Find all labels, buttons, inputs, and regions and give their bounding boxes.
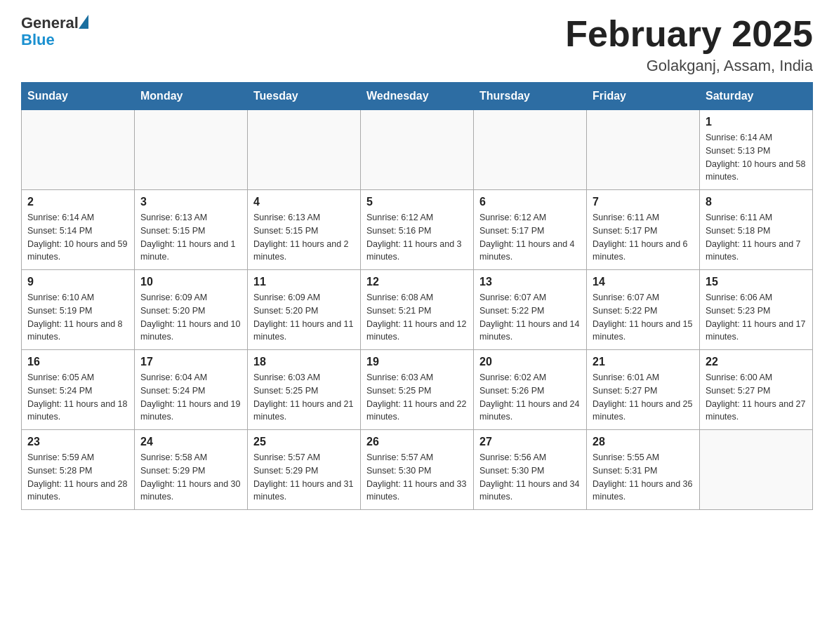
calendar-header-thursday: Thursday bbox=[474, 83, 587, 110]
calendar-cell: 23Sunrise: 5:59 AM Sunset: 5:28 PM Dayli… bbox=[22, 430, 135, 510]
sun-info: Sunrise: 6:05 AM Sunset: 5:24 PM Dayligh… bbox=[27, 371, 128, 424]
calendar-cell bbox=[700, 430, 813, 510]
calendar-cell: 18Sunrise: 6:03 AM Sunset: 5:25 PM Dayli… bbox=[248, 350, 361, 430]
calendar-header-friday: Friday bbox=[587, 83, 700, 110]
sun-info: Sunrise: 6:07 AM Sunset: 5:22 PM Dayligh… bbox=[593, 291, 694, 344]
day-number: 6 bbox=[479, 196, 581, 208]
sun-info: Sunrise: 6:02 AM Sunset: 5:26 PM Dayligh… bbox=[479, 371, 581, 424]
sun-info: Sunrise: 6:13 AM Sunset: 5:15 PM Dayligh… bbox=[140, 211, 241, 264]
day-number: 18 bbox=[253, 356, 355, 368]
calendar-header-wednesday: Wednesday bbox=[361, 83, 474, 110]
day-number: 2 bbox=[27, 196, 128, 208]
calendar-header-tuesday: Tuesday bbox=[248, 83, 361, 110]
sun-info: Sunrise: 6:13 AM Sunset: 5:15 PM Dayligh… bbox=[253, 211, 355, 264]
calendar-header-row: SundayMondayTuesdayWednesdayThursdayFrid… bbox=[22, 83, 813, 110]
calendar-cell: 26Sunrise: 5:57 AM Sunset: 5:30 PM Dayli… bbox=[361, 430, 474, 510]
day-number: 20 bbox=[479, 356, 581, 368]
calendar-table: SundayMondayTuesdayWednesdayThursdayFrid… bbox=[21, 82, 813, 510]
day-number: 28 bbox=[593, 436, 694, 448]
sun-info: Sunrise: 6:04 AM Sunset: 5:24 PM Dayligh… bbox=[140, 371, 241, 424]
sun-info: Sunrise: 6:09 AM Sunset: 5:20 PM Dayligh… bbox=[253, 291, 355, 344]
sun-info: Sunrise: 5:58 AM Sunset: 5:29 PM Dayligh… bbox=[140, 451, 241, 504]
calendar-cell: 7Sunrise: 6:11 AM Sunset: 5:17 PM Daylig… bbox=[587, 190, 700, 270]
calendar-week-row: 16Sunrise: 6:05 AM Sunset: 5:24 PM Dayli… bbox=[22, 350, 813, 430]
day-number: 10 bbox=[140, 276, 241, 288]
calendar-cell: 6Sunrise: 6:12 AM Sunset: 5:17 PM Daylig… bbox=[474, 190, 587, 270]
sun-info: Sunrise: 6:12 AM Sunset: 5:17 PM Dayligh… bbox=[479, 211, 581, 264]
calendar-cell: 17Sunrise: 6:04 AM Sunset: 5:24 PM Dayli… bbox=[135, 350, 248, 430]
calendar-cell: 19Sunrise: 6:03 AM Sunset: 5:25 PM Dayli… bbox=[361, 350, 474, 430]
calendar-week-row: 2Sunrise: 6:14 AM Sunset: 5:14 PM Daylig… bbox=[22, 190, 813, 270]
day-number: 5 bbox=[366, 196, 468, 208]
calendar-cell bbox=[135, 110, 248, 190]
sun-info: Sunrise: 6:07 AM Sunset: 5:22 PM Dayligh… bbox=[479, 291, 581, 344]
day-number: 7 bbox=[593, 196, 694, 208]
day-number: 16 bbox=[27, 356, 128, 368]
calendar-cell bbox=[361, 110, 474, 190]
day-number: 17 bbox=[140, 356, 241, 368]
calendar-cell: 8Sunrise: 6:11 AM Sunset: 5:18 PM Daylig… bbox=[700, 190, 813, 270]
day-number: 19 bbox=[366, 356, 468, 368]
day-number: 9 bbox=[27, 276, 128, 288]
calendar-cell: 12Sunrise: 6:08 AM Sunset: 5:21 PM Dayli… bbox=[361, 270, 474, 350]
day-number: 24 bbox=[140, 436, 241, 448]
calendar-cell: 15Sunrise: 6:06 AM Sunset: 5:23 PM Dayli… bbox=[700, 270, 813, 350]
page-header: General Blue February 2025 Golakganj, As… bbox=[21, 14, 813, 75]
calendar-week-row: 23Sunrise: 5:59 AM Sunset: 5:28 PM Dayli… bbox=[22, 430, 813, 510]
calendar-cell: 28Sunrise: 5:55 AM Sunset: 5:31 PM Dayli… bbox=[587, 430, 700, 510]
sun-info: Sunrise: 5:57 AM Sunset: 5:30 PM Dayligh… bbox=[366, 451, 468, 504]
calendar-header-saturday: Saturday bbox=[700, 83, 813, 110]
logo-triangle-icon bbox=[79, 15, 88, 29]
calendar-cell bbox=[474, 110, 587, 190]
day-number: 22 bbox=[706, 356, 807, 368]
calendar-cell: 20Sunrise: 6:02 AM Sunset: 5:26 PM Dayli… bbox=[474, 350, 587, 430]
calendar-cell: 4Sunrise: 6:13 AM Sunset: 5:15 PM Daylig… bbox=[248, 190, 361, 270]
calendar-cell: 27Sunrise: 5:56 AM Sunset: 5:30 PM Dayli… bbox=[474, 430, 587, 510]
sun-info: Sunrise: 6:11 AM Sunset: 5:17 PM Dayligh… bbox=[593, 211, 694, 264]
day-number: 25 bbox=[253, 436, 355, 448]
sun-info: Sunrise: 6:03 AM Sunset: 5:25 PM Dayligh… bbox=[366, 371, 468, 424]
logo: General Blue bbox=[21, 14, 88, 49]
day-number: 26 bbox=[366, 436, 468, 448]
day-number: 8 bbox=[706, 196, 807, 208]
calendar-cell: 25Sunrise: 5:57 AM Sunset: 5:29 PM Dayli… bbox=[248, 430, 361, 510]
sun-info: Sunrise: 6:00 AM Sunset: 5:27 PM Dayligh… bbox=[706, 371, 807, 424]
day-number: 21 bbox=[593, 356, 694, 368]
sun-info: Sunrise: 5:56 AM Sunset: 5:30 PM Dayligh… bbox=[479, 451, 581, 504]
calendar-cell: 2Sunrise: 6:14 AM Sunset: 5:14 PM Daylig… bbox=[22, 190, 135, 270]
sun-info: Sunrise: 6:12 AM Sunset: 5:16 PM Dayligh… bbox=[366, 211, 468, 264]
calendar-header-sunday: Sunday bbox=[22, 83, 135, 110]
sun-info: Sunrise: 6:06 AM Sunset: 5:23 PM Dayligh… bbox=[706, 291, 807, 344]
sun-info: Sunrise: 6:11 AM Sunset: 5:18 PM Dayligh… bbox=[706, 211, 807, 264]
calendar-cell: 11Sunrise: 6:09 AM Sunset: 5:20 PM Dayli… bbox=[248, 270, 361, 350]
day-number: 11 bbox=[253, 276, 355, 288]
day-number: 23 bbox=[27, 436, 128, 448]
title-block: February 2025 Golakganj, Assam, India bbox=[565, 14, 813, 75]
calendar-cell: 24Sunrise: 5:58 AM Sunset: 5:29 PM Dayli… bbox=[135, 430, 248, 510]
calendar-cell: 5Sunrise: 6:12 AM Sunset: 5:16 PM Daylig… bbox=[361, 190, 474, 270]
day-number: 4 bbox=[253, 196, 355, 208]
calendar-cell: 1Sunrise: 6:14 AM Sunset: 5:13 PM Daylig… bbox=[700, 110, 813, 190]
calendar-header-monday: Monday bbox=[135, 83, 248, 110]
day-number: 3 bbox=[140, 196, 241, 208]
logo-blue-text: Blue bbox=[21, 31, 88, 49]
sun-info: Sunrise: 6:09 AM Sunset: 5:20 PM Dayligh… bbox=[140, 291, 241, 344]
day-number: 1 bbox=[706, 116, 807, 128]
calendar-cell: 13Sunrise: 6:07 AM Sunset: 5:22 PM Dayli… bbox=[474, 270, 587, 350]
calendar-week-row: 1Sunrise: 6:14 AM Sunset: 5:13 PM Daylig… bbox=[22, 110, 813, 190]
sun-info: Sunrise: 6:10 AM Sunset: 5:19 PM Dayligh… bbox=[27, 291, 128, 344]
day-number: 13 bbox=[479, 276, 581, 288]
calendar-cell bbox=[22, 110, 135, 190]
calendar-cell: 22Sunrise: 6:00 AM Sunset: 5:27 PM Dayli… bbox=[700, 350, 813, 430]
sun-info: Sunrise: 5:57 AM Sunset: 5:29 PM Dayligh… bbox=[253, 451, 355, 504]
location-subtitle: Golakganj, Assam, India bbox=[565, 57, 813, 75]
calendar-cell: 3Sunrise: 6:13 AM Sunset: 5:15 PM Daylig… bbox=[135, 190, 248, 270]
day-number: 14 bbox=[593, 276, 694, 288]
logo-general-text: General bbox=[21, 14, 79, 32]
calendar-week-row: 9Sunrise: 6:10 AM Sunset: 5:19 PM Daylig… bbox=[22, 270, 813, 350]
sun-info: Sunrise: 5:55 AM Sunset: 5:31 PM Dayligh… bbox=[593, 451, 694, 504]
day-number: 27 bbox=[479, 436, 581, 448]
calendar-cell: 10Sunrise: 6:09 AM Sunset: 5:20 PM Dayli… bbox=[135, 270, 248, 350]
day-number: 15 bbox=[706, 276, 807, 288]
sun-info: Sunrise: 6:03 AM Sunset: 5:25 PM Dayligh… bbox=[253, 371, 355, 424]
